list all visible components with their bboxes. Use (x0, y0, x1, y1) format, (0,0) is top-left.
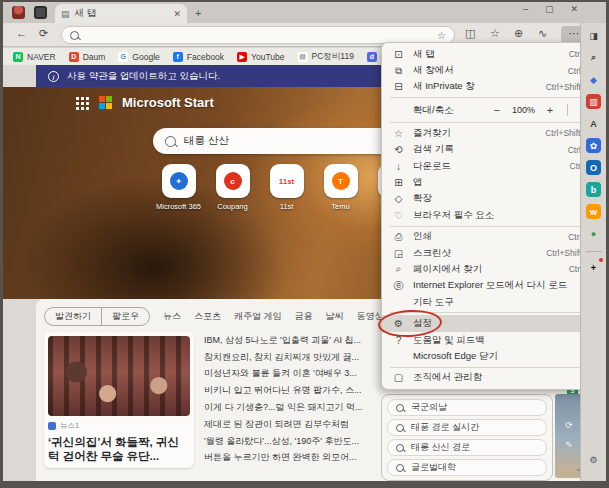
copilot-icon[interactable]: ◆ (586, 72, 601, 87)
quick-links: ✦ Microsoft 365 c Coupang 11st 11st T Te… (158, 164, 415, 211)
coupang-icon: c (224, 172, 242, 190)
facebook-icon: f (173, 52, 183, 62)
browser-essentials-icon[interactable]: ∿ (538, 27, 547, 40)
edge-sidebar: ◨ ⌕ ◆ ▥ A ✿ O b w ● + ⚙ (580, 23, 606, 481)
bookmark-facebook[interactable]: fFacebook (173, 52, 224, 62)
tools-icon[interactable]: ✿ (586, 138, 601, 153)
bookmark-youtube[interactable]: ▶YouTube (237, 52, 284, 62)
menu-item-inprivate[interactable]: ⊟새 InPrivate 창Ctrl+Shift+N (382, 79, 602, 95)
search-query: 태릉 산산 (184, 134, 229, 148)
browser-tab[interactable]: ▤ 새 탭 ✕ (55, 4, 187, 23)
quick-link-coupang[interactable]: c Coupang (212, 164, 253, 211)
search-icon (396, 404, 404, 412)
back-icon[interactable]: ← (16, 27, 27, 39)
tab-news[interactable]: 뉴스 (163, 310, 181, 323)
suggestion-item[interactable]: 글로벌대학 (387, 459, 547, 476)
zoom-in-button[interactable]: + (543, 104, 557, 116)
news-card[interactable]: 뉴스1 ‘귀신의집’서 화들짝, 귀신 턱 걷어찬 무술 유단... (44, 332, 194, 468)
refresh-icon[interactable]: ⟳ (39, 27, 48, 40)
banner-text: 사용 약관을 업데이트하고 있습니다. (67, 70, 220, 83)
menu-item-more-tools[interactable]: 기타 도구▸ (382, 294, 602, 310)
print-icon: ⎙ (392, 231, 405, 243)
collections-icon[interactable]: ⊕ (514, 27, 523, 40)
news-source-icon (48, 422, 56, 430)
menu-item-ie-mode[interactable]: ⓔInternet Explorer 모드에서 다시 로드 (382, 278, 602, 294)
maximize-button[interactable]: ▢ (545, 4, 554, 14)
menu-item-managed-by-org[interactable]: ▢조직에서 관리함 (382, 370, 602, 386)
menu-item-new-tab[interactable]: ⊡새 탭Ctrl+T (382, 46, 602, 62)
extensions-icon: ◇ (392, 193, 405, 204)
translate-icon[interactable]: A (586, 116, 601, 131)
tab-follow[interactable]: 팔로우 (101, 308, 149, 325)
tab-video[interactable]: 동영상 (357, 310, 384, 323)
split-screen-icon[interactable]: ◫ (465, 27, 475, 40)
minimize-button[interactable]: – (523, 4, 528, 14)
microsoft365-icon: ✦ (170, 172, 188, 190)
favorite-star-icon[interactable]: ☆ (437, 30, 446, 41)
menu-item-screenshot[interactable]: ◲스크린샷Ctrl+Shift+S (382, 245, 602, 261)
menu-item-favorites[interactable]: ☆즐겨찾기Ctrl+Shift+O (382, 125, 602, 141)
menu-item-browser-essentials[interactable]: ♡브라우저 필수 요소 (382, 207, 602, 223)
tab-sports[interactable]: 스포츠 (194, 310, 221, 323)
tab-finance[interactable]: 금융 (295, 310, 313, 323)
bookmark-pc119[interactable]: ▤PC정비119 (298, 51, 354, 63)
shopping-icon[interactable]: ▥ (586, 94, 601, 109)
news-thumbnail (48, 336, 190, 416)
quick-link-11st[interactable]: 11st 11st (266, 164, 307, 211)
microsoft-logo-icon (99, 96, 112, 109)
new-window-icon: ⧉ (392, 65, 405, 77)
quick-link-temu[interactable]: T Temu (320, 164, 361, 211)
google-icon: G (118, 52, 128, 62)
bing-icon[interactable]: b (586, 182, 601, 197)
menu-item-print[interactable]: ⎙인쇄Ctrl+P (382, 229, 602, 245)
history-icon: ⟲ (392, 144, 405, 155)
outlook-icon[interactable]: O (586, 160, 601, 175)
suggestion-item[interactable]: 국군의날 (387, 399, 547, 416)
menu-item-find[interactable]: ⌕페이지에서 찾기Ctrl+F (382, 261, 602, 277)
panel-toggle-icon[interactable]: ◨ (586, 28, 601, 43)
monitor-icon (34, 6, 47, 19)
menu-item-downloads[interactable]: ↓다운로드Ctrl+J (382, 158, 602, 174)
tab-discover[interactable]: 발견하기 (45, 308, 101, 325)
suggestion-item[interactable]: 태릉 산신 경로 (387, 439, 547, 456)
zoom-out-button[interactable]: − (490, 104, 504, 116)
titlebar: ▤ 새 탭 ✕ + – ▢ ✕ (3, 2, 606, 23)
bookmark-daum[interactable]: DDaum (69, 52, 106, 62)
notification-dot (599, 258, 603, 262)
globe-icon[interactable]: ● (586, 226, 601, 241)
temu-icon: T (332, 172, 350, 190)
menu-item-new-window[interactable]: ⧉새 창에서Ctrl+N (382, 62, 602, 78)
w-app-icon[interactable]: w (586, 204, 601, 219)
search-icon[interactable]: ⌕ (586, 50, 601, 65)
brand-title: Microsoft Start (122, 95, 214, 110)
suggestion-item[interactable]: 태풍 경로 실시간 (387, 419, 547, 436)
menu-item-extensions[interactable]: ◇확장 (382, 191, 602, 207)
apps-grid-icon[interactable] (75, 96, 89, 110)
search-suggestions: 국군의날 태풍 경로 실시간 태릉 산신 경로 글로벌대학 (381, 394, 553, 481)
close-button[interactable]: ✕ (570, 4, 578, 14)
search-icon (396, 424, 404, 432)
menu-item-apps[interactable]: ⊞앱▸ (382, 174, 602, 190)
edge-settings-menu: ⊡새 탭Ctrl+T ⧉새 창에서Ctrl+N ⊟새 InPrivate 창Ct… (381, 42, 603, 390)
refresh-wallpaper-icon[interactable]: ⟳ (565, 420, 573, 430)
edit-wallpaper-icon[interactable]: ✎ (565, 440, 573, 450)
new-tab-button[interactable]: + (195, 7, 201, 19)
favorites-icon[interactable]: ☆ (490, 27, 500, 40)
quick-link-microsoft365[interactable]: ✦ Microsoft 365 (158, 164, 199, 211)
tab-weather[interactable]: 날씨 (326, 310, 344, 323)
menu-item-settings[interactable]: ⚙ 설정 (382, 315, 602, 331)
search-icon (396, 464, 404, 472)
menu-item-help-feedback[interactable]: ?도움말 및 피드백▸ (382, 332, 602, 348)
add-sidebar-app-button[interactable]: + (586, 260, 601, 275)
tab-casual-games[interactable]: 캐주얼 게임 (234, 310, 282, 323)
news-card-headline[interactable]: ‘귀신의집’서 화들짝, 귀신 턱 걷어찬 무술 유단... (48, 435, 190, 464)
menu-item-close-edge[interactable]: Microsoft Edge 닫기 (382, 348, 602, 364)
find-icon: ⌕ (392, 263, 405, 275)
bookmark-naver[interactable]: NNAVER (13, 52, 56, 62)
sidebar-settings-gear-icon[interactable]: ⚙ (586, 452, 601, 467)
tab-close-icon[interactable]: ✕ (173, 9, 181, 19)
zoom-level: 100% (512, 105, 535, 115)
bookmark-google[interactable]: GGoogle (118, 52, 159, 62)
apps-icon: ⊞ (392, 177, 405, 188)
menu-item-history[interactable]: ⟲검색 기록Ctrl+H (382, 142, 602, 158)
